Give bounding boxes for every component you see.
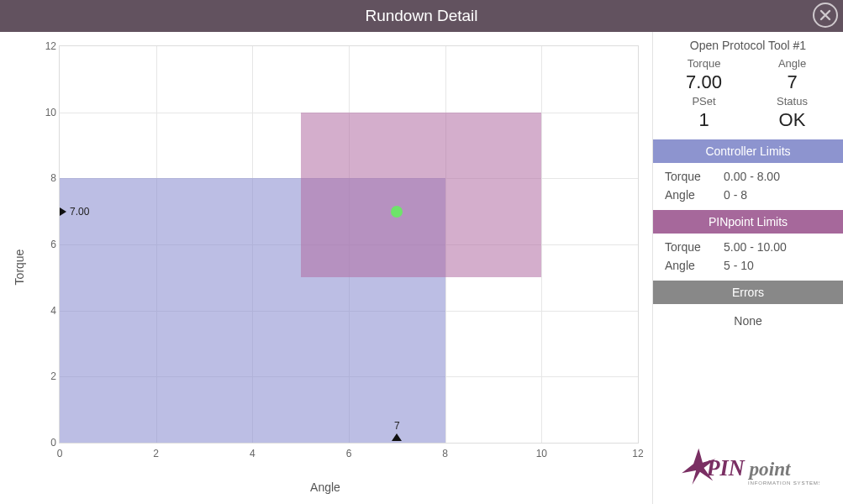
tool-title: Open Protocol Tool #1 <box>653 32 843 55</box>
x-tick: 2 <box>153 448 159 459</box>
pinpoint-region <box>301 113 542 278</box>
y-tick: 4 <box>40 305 56 317</box>
close-icon <box>819 8 832 22</box>
y-tick: 6 <box>40 239 56 250</box>
y-tick: 8 <box>40 172 56 184</box>
pin-angle-label: Angle <box>665 259 724 272</box>
y-axis-label: Torque <box>13 249 26 286</box>
angle-label: Angle <box>748 57 836 70</box>
pset-value: 1 <box>660 109 748 131</box>
chart-panel: Torque 0246810120246810127.007 Angle <box>0 32 652 504</box>
brand-point: point <box>748 458 792 480</box>
x-tick: 4 <box>250 448 256 459</box>
errors-header: Errors <box>653 281 843 304</box>
status-label: Status <box>748 95 836 108</box>
errors-body: None <box>653 304 843 338</box>
torque-value: 7.00 <box>660 71 748 93</box>
x-axis-label: Angle <box>5 480 645 494</box>
x-tick: 12 <box>632 448 643 459</box>
y-tick: 12 <box>40 40 56 52</box>
x-marker: 7 <box>392 420 402 441</box>
pset-label: PSet <box>660 95 748 108</box>
controller-limits-header: Controller Limits <box>653 139 843 163</box>
y-tick: 2 <box>40 370 56 382</box>
y-marker: 7.00 <box>61 206 89 218</box>
angle-value: 7 <box>748 71 836 93</box>
x-tick: 8 <box>442 448 448 459</box>
ctrl-torque-label: Torque <box>665 170 724 183</box>
pin-torque-label: Torque <box>665 240 724 254</box>
pinpoint-limits-header: PINpoint Limits <box>653 210 843 234</box>
titlebar: Rundown Detail <box>0 0 843 32</box>
stats-grid: Torque Angle 7.00 7 PSet Status 1 OK <box>653 55 843 139</box>
torque-label: Torque <box>660 57 748 70</box>
y-tick: 0 <box>40 437 56 449</box>
y-tick: 10 <box>40 107 56 118</box>
x-tick: 0 <box>57 448 63 459</box>
x-tick: 6 <box>346 448 352 459</box>
data-point <box>391 206 403 218</box>
ctrl-angle-value: 0 - 8 <box>724 188 831 202</box>
pin-angle-value: 5 - 10 <box>724 259 831 272</box>
brand-logo: PIN point INFORMATION SYSTEMS <box>653 435 843 504</box>
status-value: OK <box>748 109 836 131</box>
brand-tagline: INFORMATION SYSTEMS <box>748 480 819 486</box>
ctrl-angle-label: Angle <box>665 188 724 202</box>
window-title: Rundown Detail <box>365 7 477 25</box>
pin-torque-value: 5.00 - 10.00 <box>724 240 831 254</box>
pinpoint-limits: Torque 5.00 - 10.00 Angle 5 - 10 <box>653 234 843 281</box>
controller-limits: Torque 0.00 - 8.00 Angle 0 - 8 <box>653 163 843 210</box>
brand-pin: PIN <box>706 456 746 480</box>
x-tick: 10 <box>536 448 547 459</box>
close-button[interactable] <box>813 3 838 28</box>
ctrl-torque-value: 0.00 - 8.00 <box>724 170 831 183</box>
side-panel: Open Protocol Tool #1 Torque Angle 7.00 … <box>652 32 843 504</box>
plot-area[interactable]: 0246810120246810127.007 <box>59 45 639 444</box>
